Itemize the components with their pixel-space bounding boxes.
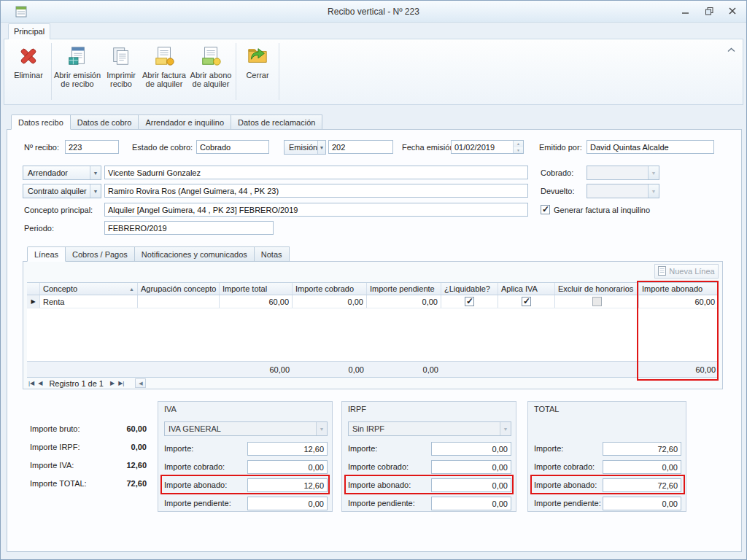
grid-empty-area — [27, 308, 719, 362]
chevron-down-icon[interactable]: ▼ — [90, 184, 101, 198]
num-recibo-field[interactable] — [65, 140, 119, 154]
generar-factura-label: Generar factura al inquilino — [554, 206, 650, 214]
liquidable-checkbox[interactable] — [465, 297, 474, 306]
tab-datos-reclamacion[interactable]: Datos de reclamación — [231, 114, 322, 130]
chevron-down-icon: ▼ — [500, 422, 511, 435]
close-button[interactable] — [724, 4, 740, 18]
tab-notas[interactable]: Notas — [255, 246, 290, 262]
ribbon-separator — [279, 43, 279, 100]
ribbon-tab-principal[interactable]: Principal — [8, 23, 50, 39]
eliminar-button[interactable]: Eliminar — [7, 42, 50, 101]
nueva-linea-button[interactable]: Nueva Línea — [654, 264, 719, 279]
iva-selector-value: IVA GENERAL — [169, 424, 221, 433]
imprimir-button[interactable]: Imprimir recibo — [101, 42, 141, 101]
irpf-selector-value: Sin IRPF — [352, 424, 384, 433]
credit-note-icon — [200, 45, 222, 69]
aplica-iva-checkbox[interactable] — [522, 297, 531, 306]
iva-importe-cobrado-field: 0,00 — [247, 460, 328, 474]
cell-importe-abonado[interactable]: 60,00 — [639, 295, 719, 308]
col-liquidable[interactable]: ¿Liquidable? — [441, 283, 498, 295]
abrir-abono-button[interactable]: Abrir abono de alquiler — [187, 42, 234, 101]
pager-next-icon[interactable]: ▶ — [110, 380, 115, 386]
estado-cobro-field[interactable] — [196, 140, 269, 154]
ribbon-separator — [51, 43, 52, 100]
tab-notificaciones[interactable]: Notificaciones y comunicados — [135, 246, 255, 262]
irpf-importe-abonado-label: Importe abonado: — [348, 481, 411, 489]
tab-datos-cobro[interactable]: Datos de cobro — [71, 114, 139, 130]
record-navigator: |◀ ◀ Registro 1 de 1 ▶ ▶| ◀ — [27, 378, 719, 389]
generar-factura-checkbox[interactable] — [541, 205, 550, 214]
abrir-abono-label: Abrir abono de alquiler — [187, 71, 234, 88]
col-aplica-iva[interactable]: Aplica IVA — [498, 283, 555, 295]
new-page-icon — [658, 266, 666, 277]
devuelto-label: Devuelto: — [541, 187, 574, 195]
importe-iva-value: 12,60 — [96, 461, 147, 470]
chevron-down-icon[interactable]: ▼ — [317, 141, 325, 154]
chevron-down-icon: ▼ — [648, 166, 659, 179]
minimize-button[interactable] — [678, 4, 694, 18]
cell-importe-cobrado[interactable]: 0,00 — [293, 295, 367, 308]
cell-importe-pendiente[interactable]: 0,00 — [367, 295, 441, 308]
abrir-emision-button[interactable]: Abrir emisión de recibo — [53, 42, 101, 101]
fecha-emision-value: 01/02/2019 — [452, 141, 513, 153]
restore-button[interactable] — [701, 4, 717, 18]
cerrar-label: Cerrar — [246, 71, 268, 79]
arrendador-field[interactable] — [104, 166, 528, 179]
ribbon-collapse-icon[interactable] — [727, 45, 735, 54]
irpf-importe-abonado-field: 0,00 — [431, 478, 511, 492]
inner-tabstrip: Líneas Cobros / Pagos Notificaciones y c… — [27, 246, 290, 262]
col-importe-total[interactable]: Importe total — [220, 283, 293, 295]
fecha-emision-field[interactable]: 01/02/2019 ▲ ▼ — [451, 140, 524, 154]
tab-datos-recibo[interactable]: Datos recibo — [11, 114, 71, 130]
sort-asc-icon: ▲ — [129, 287, 134, 292]
emision-numero-field[interactable] — [328, 140, 393, 154]
iva-groupbox: IVA IVA GENERAL ▼ Importe: 12,60 Importe… — [158, 401, 333, 512]
periodo-label: Periodo: — [24, 224, 54, 233]
col-importe-cobrado[interactable]: Importe cobrado — [293, 283, 367, 295]
cell-agrupacion[interactable] — [138, 295, 220, 308]
cerrar-button[interactable]: Cerrar — [238, 42, 277, 101]
pager-prev-icon[interactable]: ◀ — [38, 380, 42, 386]
importe-bruto-label: Importe bruto: — [30, 424, 80, 433]
grid-summary-row: 60,00 0,00 0,00 60,00 — [27, 362, 719, 378]
cell-concepto[interactable]: Renta — [40, 295, 138, 308]
table-row[interactable]: ▶ Renta 60,00 0,00 0,00 60,00 — [27, 295, 719, 308]
col-importe-abonado[interactable]: Importe abonado — [639, 283, 719, 295]
hscroll-left-icon[interactable]: ◀ — [135, 378, 146, 388]
pager-first-icon[interactable]: |◀ — [28, 380, 34, 386]
spin-up-icon[interactable]: ▲ — [514, 141, 523, 147]
titlebar: Recibo vertical - Nº 223 — [1, 1, 746, 23]
eliminar-label: Eliminar — [14, 71, 43, 79]
iva-selector: IVA GENERAL ▼ — [164, 421, 328, 436]
window-title: Recibo vertical - Nº 223 — [1, 1, 746, 23]
pager-last-icon[interactable]: ▶| — [118, 380, 124, 386]
tab-lineas[interactable]: Líneas — [27, 246, 66, 262]
close-folder-icon — [247, 45, 268, 69]
iva-importe-pendiente-field: 0,00 — [247, 497, 328, 510]
col-concepto[interactable]: Concepto▲ — [40, 283, 138, 295]
col-agrupacion[interactable]: Agrupación concepto — [138, 283, 220, 295]
app-window: Recibo vertical - Nº 223 Principal Elimi… — [0, 0, 747, 560]
arrendador-dropdown-button[interactable]: Arrendador ▼ — [23, 166, 101, 180]
row-indicator-icon: ▶ — [27, 295, 40, 308]
col-excluir-honorarios[interactable]: Excluir de honorarios — [555, 283, 639, 295]
total-importe-abonado-label: Importe abonado: — [534, 481, 597, 489]
contrato-dropdown-button[interactable]: Contrato alquiler ▼ — [23, 184, 101, 198]
tab-arrendador-inquilino[interactable]: Arrendador e inquilino — [139, 114, 231, 130]
periodo-field[interactable] — [104, 221, 274, 235]
emision-combo[interactable]: Emisión ▼ — [284, 140, 326, 155]
summary-importe-pendiente: 0,00 — [367, 362, 441, 377]
cell-importe-total[interactable]: 60,00 — [220, 295, 293, 308]
total-importe-cobrado-label: Importe cobrado: — [534, 462, 595, 471]
emitido-por-field[interactable] — [587, 140, 714, 154]
col-importe-pendiente[interactable]: Importe pendiente — [367, 283, 441, 295]
contrato-field[interactable] — [104, 184, 528, 198]
spin-down-icon[interactable]: ▼ — [514, 147, 523, 154]
tab-cobros-pagos[interactable]: Cobros / Pagos — [66, 246, 135, 262]
iva-group-title: IVA — [164, 405, 177, 413]
chevron-down-icon[interactable]: ▼ — [90, 166, 101, 179]
concepto-principal-field[interactable] — [104, 203, 528, 217]
excluir-honorarios-checkbox[interactable] — [592, 297, 602, 306]
abrir-factura-button[interactable]: Abrir factura de alquiler — [141, 42, 187, 101]
lineas-grid: Concepto▲ Agrupación concepto Importe to… — [27, 282, 719, 378]
